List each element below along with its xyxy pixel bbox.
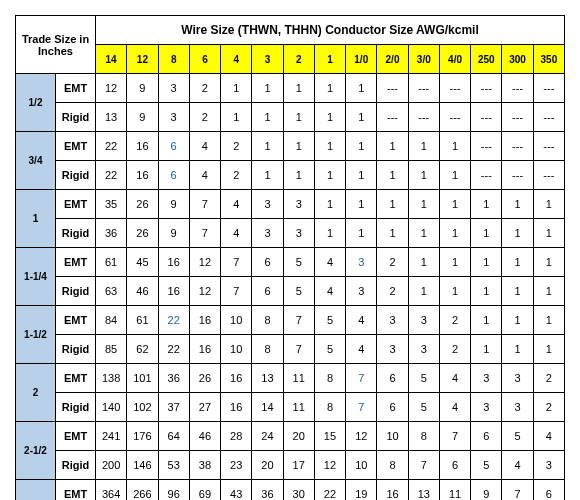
value-cell: 2 [377, 248, 408, 277]
value-cell: 17 [283, 451, 314, 480]
value-cell: 61 [96, 248, 127, 277]
value-cell: 1 [533, 248, 564, 277]
col-header-2-0: 2/0 [377, 45, 408, 74]
value-cell: 8 [314, 393, 345, 422]
value-cell: 22 [314, 480, 345, 501]
value-cell: 4 [221, 219, 252, 248]
value-cell: 7 [283, 306, 314, 335]
value-cell: 35 [96, 190, 127, 219]
value-cell: 4 [189, 161, 220, 190]
value-cell: 7 [189, 190, 220, 219]
value-cell: 140 [96, 393, 127, 422]
value-cell: 1 [346, 161, 377, 190]
value-cell: 6 [252, 277, 283, 306]
value-cell: 30 [283, 480, 314, 501]
value-cell: 5 [283, 248, 314, 277]
value-cell: 9 [471, 480, 502, 501]
value-cell: 20 [252, 451, 283, 480]
value-cell: 20 [283, 422, 314, 451]
value-cell: 3 [158, 103, 189, 132]
trade-size-1: 1 [16, 190, 56, 248]
value-cell: --- [502, 132, 533, 161]
value-cell: 1 [471, 277, 502, 306]
value-cell: 38 [189, 451, 220, 480]
value-cell: 1 [471, 219, 502, 248]
value-cell: 1 [283, 161, 314, 190]
value-cell: 22 [158, 306, 189, 335]
value-cell: 6 [158, 132, 189, 161]
value-cell: 14 [252, 393, 283, 422]
conduit-type: EMT [56, 190, 96, 219]
value-cell: 9 [127, 103, 158, 132]
conduit-type: Rigid [56, 161, 96, 190]
value-cell: 1 [221, 103, 252, 132]
value-cell: 9 [158, 219, 189, 248]
value-cell: 6 [252, 248, 283, 277]
value-cell: 7 [346, 364, 377, 393]
value-cell: 6 [533, 480, 564, 501]
wire-size-header: Wire Size (THWN, THHN) Conductor Size AW… [96, 16, 565, 45]
value-cell: 4 [533, 422, 564, 451]
value-cell: 1 [377, 219, 408, 248]
value-cell: 1 [408, 219, 439, 248]
value-cell: 26 [127, 219, 158, 248]
value-cell: 3 [471, 393, 502, 422]
value-cell: --- [502, 74, 533, 103]
value-cell: 16 [189, 306, 220, 335]
value-cell: 16 [221, 393, 252, 422]
value-cell: 1 [283, 132, 314, 161]
value-cell: 22 [158, 335, 189, 364]
value-cell: 5 [283, 277, 314, 306]
value-cell: 16 [158, 248, 189, 277]
value-cell: --- [377, 74, 408, 103]
trade-size-3-4: 3/4 [16, 132, 56, 190]
value-cell: 4 [346, 335, 377, 364]
col-header-12: 12 [127, 45, 158, 74]
value-cell: 2 [221, 132, 252, 161]
value-cell: 6 [377, 393, 408, 422]
value-cell: 36 [252, 480, 283, 501]
value-cell: 1 [502, 277, 533, 306]
conduit-type: Rigid [56, 335, 96, 364]
value-cell: 1 [377, 190, 408, 219]
trade-size-2-1-2: 2-1/2 [16, 422, 56, 480]
value-cell: 1 [471, 190, 502, 219]
value-cell: --- [533, 132, 564, 161]
value-cell: 1 [314, 74, 345, 103]
value-cell: 1 [252, 74, 283, 103]
value-cell: 241 [96, 422, 127, 451]
value-cell: 7 [283, 335, 314, 364]
value-cell: 101 [127, 364, 158, 393]
conduit-type: Rigid [56, 451, 96, 480]
conduit-type: EMT [56, 422, 96, 451]
value-cell: 96 [158, 480, 189, 501]
value-cell: 138 [96, 364, 127, 393]
value-cell: 6 [471, 422, 502, 451]
value-cell: --- [439, 74, 470, 103]
value-cell: 1 [502, 335, 533, 364]
conduit-type: EMT [56, 364, 96, 393]
col-header-3: 3 [252, 45, 283, 74]
value-cell: 4 [346, 306, 377, 335]
value-cell: 8 [252, 335, 283, 364]
value-cell: 3 [283, 219, 314, 248]
value-cell: 1 [439, 219, 470, 248]
value-cell: --- [408, 103, 439, 132]
value-cell: 12 [96, 74, 127, 103]
value-cell: 5 [408, 364, 439, 393]
value-cell: 1 [252, 161, 283, 190]
conduit-type: EMT [56, 74, 96, 103]
value-cell: 69 [189, 480, 220, 501]
value-cell: 5 [471, 451, 502, 480]
value-cell: 62 [127, 335, 158, 364]
value-cell: 102 [127, 393, 158, 422]
value-cell: 200 [96, 451, 127, 480]
value-cell: 7 [439, 422, 470, 451]
value-cell: --- [471, 132, 502, 161]
value-cell: 2 [533, 364, 564, 393]
value-cell: 12 [314, 451, 345, 480]
value-cell: 43 [221, 480, 252, 501]
value-cell: 1 [314, 103, 345, 132]
value-cell: 1 [283, 74, 314, 103]
value-cell: 364 [96, 480, 127, 501]
